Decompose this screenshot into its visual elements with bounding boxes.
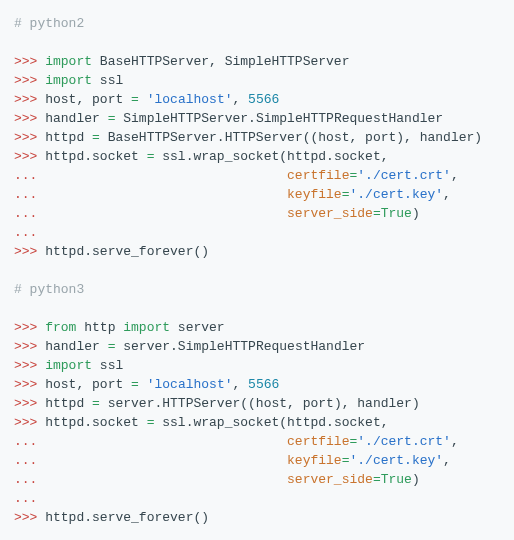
- code-token: >>>: [14, 377, 45, 392]
- code-token: server_side: [287, 472, 373, 487]
- code-token: =: [92, 130, 100, 145]
- code-token: [45, 434, 287, 449]
- blank-line: [14, 299, 506, 318]
- code-line: ... certfile='./cert.crt',: [14, 432, 506, 451]
- code-token: =: [131, 92, 139, 107]
- code-line: ... certfile='./cert.crt',: [14, 166, 506, 185]
- code-token: ...: [14, 453, 45, 468]
- code-token: ssl: [92, 358, 123, 373]
- code-token: certfile: [287, 168, 349, 183]
- code-token: import: [45, 358, 92, 373]
- code-token: >>>: [14, 320, 45, 335]
- code-token: httpd.socket: [45, 415, 146, 430]
- code-line: ...: [14, 223, 506, 242]
- code-token: 'localhost': [147, 377, 233, 392]
- code-token: >>>: [14, 130, 45, 145]
- code-token: './cert.key': [349, 453, 443, 468]
- code-token: 'localhost': [147, 92, 233, 107]
- code-token: =: [373, 472, 381, 487]
- code-token: >>>: [14, 415, 45, 430]
- code-token: ,: [443, 453, 451, 468]
- code-token: keyfile: [287, 187, 342, 202]
- code-token: import: [45, 54, 92, 69]
- code-token: >>>: [14, 73, 45, 88]
- code-block: # python2>>> import BaseHTTPServer, Simp…: [0, 0, 514, 540]
- code-token: [45, 187, 287, 202]
- code-token: keyfile: [287, 453, 342, 468]
- code-token: './cert.crt': [357, 168, 451, 183]
- code-token: import: [123, 320, 170, 335]
- code-token: ): [412, 206, 420, 221]
- code-token: [139, 92, 147, 107]
- code-line: ... server_side=True): [14, 204, 506, 223]
- code-token: >>>: [14, 244, 45, 259]
- code-token: server: [170, 320, 225, 335]
- code-token: BaseHTTPServer, SimpleHTTPServer: [92, 54, 349, 69]
- code-token: ...: [14, 168, 45, 183]
- code-token: [139, 377, 147, 392]
- code-token: [45, 472, 287, 487]
- code-line: ... server_side=True): [14, 470, 506, 489]
- code-line: >>> from http import server: [14, 318, 506, 337]
- code-line: ... keyfile='./cert.key',: [14, 185, 506, 204]
- code-token: [45, 453, 287, 468]
- code-token: handler: [45, 111, 107, 126]
- code-token: ...: [14, 206, 45, 221]
- code-token: ): [412, 472, 420, 487]
- code-token: 5566: [248, 377, 279, 392]
- code-token: ,: [233, 92, 249, 107]
- code-line: >>> httpd.socket = ssl.wrap_socket(httpd…: [14, 147, 506, 166]
- code-token: ,: [233, 377, 249, 392]
- code-token: ,: [451, 434, 459, 449]
- code-token: httpd: [45, 130, 92, 145]
- code-token: httpd.serve_forever(): [45, 244, 209, 259]
- code-line: >>> httpd.serve_forever(): [14, 508, 506, 527]
- code-line: >>> import ssl: [14, 356, 506, 375]
- code-token: =: [131, 377, 139, 392]
- code-token: './cert.crt': [357, 434, 451, 449]
- code-token: >>>: [14, 54, 45, 69]
- code-token: handler: [45, 339, 107, 354]
- code-token: # python2: [14, 16, 84, 31]
- code-token: =: [373, 206, 381, 221]
- code-token: server.HTTPServer((host, port), handler): [100, 396, 420, 411]
- code-line: ...: [14, 489, 506, 508]
- code-token: ssl: [92, 73, 123, 88]
- code-token: # python3: [14, 282, 84, 297]
- code-token: 5566: [248, 92, 279, 107]
- code-token: True: [381, 206, 412, 221]
- code-token: >>>: [14, 358, 45, 373]
- code-line: # python2: [14, 14, 506, 33]
- code-token: =: [92, 396, 100, 411]
- code-token: ...: [14, 187, 45, 202]
- code-line: >>> httpd = server.HTTPServer((host, por…: [14, 394, 506, 413]
- code-line: >>> httpd = BaseHTTPServer.HTTPServer((h…: [14, 128, 506, 147]
- code-line: # python3: [14, 280, 506, 299]
- code-line: ... keyfile='./cert.key',: [14, 451, 506, 470]
- code-token: server_side: [287, 206, 373, 221]
- code-token: >>>: [14, 149, 45, 164]
- code-token: ...: [14, 491, 37, 506]
- code-token: './cert.key': [349, 187, 443, 202]
- code-token: True: [381, 472, 412, 487]
- blank-line: [14, 261, 506, 280]
- code-token: ...: [14, 434, 45, 449]
- code-token: ...: [14, 472, 45, 487]
- code-token: [45, 206, 287, 221]
- code-token: BaseHTTPServer.HTTPServer((host, port), …: [100, 130, 482, 145]
- code-line: >>> host, port = 'localhost', 5566: [14, 375, 506, 394]
- code-token: >>>: [14, 111, 45, 126]
- code-line: >>> handler = SimpleHTTPServer.SimpleHTT…: [14, 109, 506, 128]
- code-token: ssl.wrap_socket(httpd.socket,: [154, 149, 388, 164]
- code-token: certfile: [287, 434, 349, 449]
- code-token: >>>: [14, 510, 45, 525]
- code-token: >>>: [14, 92, 45, 107]
- code-line: >>> import BaseHTTPServer, SimpleHTTPSer…: [14, 52, 506, 71]
- code-token: from: [45, 320, 76, 335]
- code-line: >>> host, port = 'localhost', 5566: [14, 90, 506, 109]
- code-token: ,: [451, 168, 459, 183]
- code-token: ...: [14, 225, 37, 240]
- code-token: host, port: [45, 377, 131, 392]
- code-token: server.SimpleHTTPRequestHandler: [115, 339, 365, 354]
- code-line: >>> handler = server.SimpleHTTPRequestHa…: [14, 337, 506, 356]
